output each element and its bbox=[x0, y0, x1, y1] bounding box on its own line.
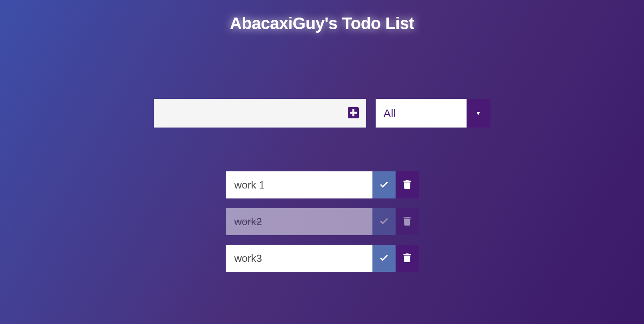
todo-list: work 1 work2 work3 bbox=[226, 171, 419, 272]
trash-icon bbox=[403, 180, 412, 190]
filter-arrow: ▼ bbox=[467, 99, 490, 128]
input-group bbox=[154, 99, 366, 128]
complete-button[interactable] bbox=[372, 245, 396, 272]
todo-input[interactable] bbox=[154, 99, 341, 128]
check-icon bbox=[379, 253, 389, 264]
chevron-down-icon: ▼ bbox=[476, 110, 481, 116]
todo-item: work3 bbox=[226, 245, 419, 272]
filter-select[interactable]: All bbox=[376, 99, 467, 128]
delete-button[interactable] bbox=[396, 208, 419, 235]
trash-icon bbox=[403, 217, 412, 227]
page-title: AbacaxiGuy's Todo List bbox=[230, 14, 414, 33]
delete-button[interactable] bbox=[396, 171, 419, 198]
todo-text: work3 bbox=[226, 245, 372, 272]
page-header: AbacaxiGuy's Todo List bbox=[230, 14, 414, 33]
check-icon bbox=[379, 179, 389, 191]
complete-button[interactable] bbox=[372, 208, 396, 235]
add-button[interactable] bbox=[341, 99, 366, 128]
filter-group: All ▼ bbox=[376, 99, 490, 128]
form-row: All ▼ bbox=[154, 99, 490, 128]
plus-square-icon bbox=[347, 106, 360, 120]
todo-text: work2 bbox=[226, 208, 372, 235]
complete-button[interactable] bbox=[372, 171, 396, 198]
todo-item: work 1 bbox=[226, 171, 419, 198]
todo-item: work2 bbox=[226, 208, 419, 235]
trash-icon bbox=[403, 253, 412, 263]
todo-text: work 1 bbox=[226, 171, 372, 198]
check-icon bbox=[379, 216, 389, 228]
delete-button[interactable] bbox=[396, 245, 419, 272]
